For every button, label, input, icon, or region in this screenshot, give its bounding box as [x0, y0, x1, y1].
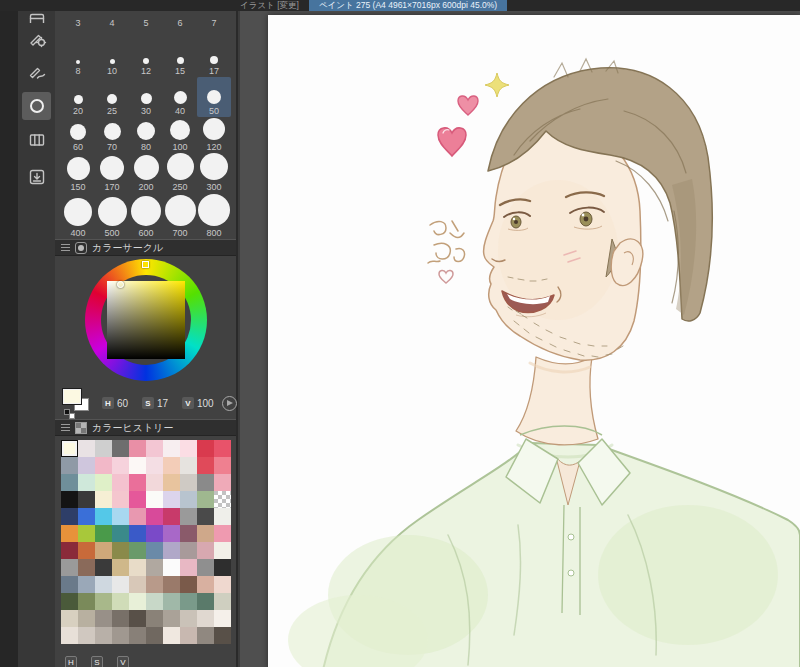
- color-history-swatch[interactable]: [214, 457, 231, 474]
- color-history-swatch[interactable]: [112, 627, 129, 644]
- color-history-swatch[interactable]: [112, 542, 129, 559]
- color-history-swatch[interactable]: [180, 440, 197, 457]
- color-history-swatch[interactable]: [112, 559, 129, 576]
- color-history-swatch[interactable]: [180, 593, 197, 610]
- brush-size-cell[interactable]: 3: [61, 13, 95, 29]
- brush-size-cell[interactable]: 5: [129, 13, 163, 29]
- color-history-swatch[interactable]: [129, 576, 146, 593]
- brush-size-cell[interactable]: 80: [129, 117, 163, 153]
- color-history-swatch[interactable]: [129, 457, 146, 474]
- brush-size-cell[interactable]: 250: [163, 153, 197, 193]
- brush-size-cell[interactable]: 500: [95, 193, 129, 239]
- color-history-header[interactable]: カラーヒストリー: [55, 419, 236, 436]
- saturation-tab-chip[interactable]: S: [91, 656, 103, 667]
- color-history-swatch[interactable]: [78, 542, 95, 559]
- color-history-swatch[interactable]: [197, 525, 214, 542]
- color-history-swatch[interactable]: [180, 457, 197, 474]
- color-history-swatch[interactable]: [146, 627, 163, 644]
- brush-size-cell[interactable]: 600: [129, 193, 163, 239]
- brush-size-cell[interactable]: 50: [197, 77, 231, 117]
- color-history-swatch[interactable]: [61, 627, 78, 644]
- color-history-swatch[interactable]: [180, 508, 197, 525]
- color-history-swatch[interactable]: [214, 474, 231, 491]
- color-history-swatch[interactable]: [78, 559, 95, 576]
- color-history-swatch[interactable]: [112, 491, 129, 508]
- color-history-swatch[interactable]: [95, 559, 112, 576]
- color-history-swatch[interactable]: [180, 525, 197, 542]
- color-history-swatch[interactable]: [180, 559, 197, 576]
- brush-size-cell[interactable]: 20: [61, 77, 95, 117]
- color-history-swatch[interactable]: [197, 627, 214, 644]
- color-history-swatch[interactable]: [61, 525, 78, 542]
- color-history-swatch[interactable]: [197, 457, 214, 474]
- color-history-swatch[interactable]: [95, 610, 112, 627]
- color-history-swatch[interactable]: [214, 559, 231, 576]
- color-history-swatch[interactable]: [112, 525, 129, 542]
- color-history-swatch[interactable]: [163, 576, 180, 593]
- brush-size-cell[interactable]: 300: [197, 153, 231, 193]
- color-history-swatch[interactable]: [78, 440, 95, 457]
- color-history-swatch[interactable]: [163, 491, 180, 508]
- brush-size-cell[interactable]: 70: [95, 117, 129, 153]
- color-history-swatch[interactable]: [146, 474, 163, 491]
- color-history-swatch[interactable]: [95, 508, 112, 525]
- color-history-swatch[interactable]: [61, 576, 78, 593]
- color-history-swatch[interactable]: [214, 593, 231, 610]
- color-history-swatch[interactable]: [78, 525, 95, 542]
- color-history-swatch[interactable]: [163, 525, 180, 542]
- color-history-swatch[interactable]: [214, 627, 231, 644]
- brush-size-cell[interactable]: 150: [61, 153, 95, 193]
- color-history-swatch[interactable]: [129, 593, 146, 610]
- color-history-swatch[interactable]: [129, 508, 146, 525]
- color-history-swatch[interactable]: [214, 542, 231, 559]
- sv-cursor[interactable]: [117, 281, 124, 288]
- color-history-swatch[interactable]: [61, 593, 78, 610]
- color-history-swatch[interactable]: [61, 542, 78, 559]
- color-history-swatch[interactable]: [95, 440, 112, 457]
- color-history-swatch[interactable]: [146, 440, 163, 457]
- hamburger-icon[interactable]: [61, 244, 70, 251]
- color-history-swatch[interactable]: [197, 542, 214, 559]
- color-history-swatch[interactable]: [61, 491, 78, 508]
- color-history-swatch[interactable]: [95, 457, 112, 474]
- color-history-swatch[interactable]: [78, 610, 95, 627]
- color-history-swatch[interactable]: [95, 576, 112, 593]
- color-history-swatch[interactable]: [146, 576, 163, 593]
- color-history-swatch[interactable]: [214, 508, 231, 525]
- color-history-swatch[interactable]: [61, 440, 78, 457]
- color-history-swatch[interactable]: [197, 491, 214, 508]
- color-history-swatch[interactable]: [61, 474, 78, 491]
- brush-size-cell[interactable]: 10: [95, 29, 129, 77]
- color-history-swatch[interactable]: [129, 525, 146, 542]
- color-history-swatch[interactable]: [112, 474, 129, 491]
- brush-size-cell[interactable]: 200: [129, 153, 163, 193]
- hue-ring[interactable]: [85, 259, 207, 381]
- color-history-swatch[interactable]: [197, 559, 214, 576]
- color-history-swatch[interactable]: [146, 457, 163, 474]
- color-history-swatch[interactable]: [163, 542, 180, 559]
- color-history-swatch[interactable]: [146, 508, 163, 525]
- color-history-swatch[interactable]: [61, 457, 78, 474]
- color-history-swatch[interactable]: [78, 457, 95, 474]
- color-history-swatch[interactable]: [180, 576, 197, 593]
- color-history-swatch[interactable]: [146, 542, 163, 559]
- color-history-swatch[interactable]: [61, 610, 78, 627]
- brush-size-cell[interactable]: 15: [163, 29, 197, 77]
- color-history-swatch[interactable]: [180, 610, 197, 627]
- color-history-swatch[interactable]: [95, 627, 112, 644]
- color-history-swatch[interactable]: [163, 559, 180, 576]
- download-material-icon[interactable]: [22, 163, 51, 191]
- color-history-swatch[interactable]: [78, 491, 95, 508]
- color-history-swatch[interactable]: [163, 508, 180, 525]
- brush-size-cell[interactable]: 17: [197, 29, 231, 77]
- color-history-swatch[interactable]: [78, 627, 95, 644]
- brush-size-cell[interactable]: 800: [197, 193, 231, 239]
- color-history-swatch[interactable]: [78, 508, 95, 525]
- color-history-swatch[interactable]: [214, 525, 231, 542]
- pen-curve-icon[interactable]: [22, 58, 51, 86]
- canvas-tab-inactive[interactable]: イラスト [変更]: [236, 0, 309, 11]
- color-history-swatch[interactable]: [180, 542, 197, 559]
- canvas-tab-active[interactable]: ペイント 275 (A4 4961×7016px 600dpi 45.0%): [309, 0, 507, 11]
- color-history-swatch[interactable]: [78, 593, 95, 610]
- color-history-swatch[interactable]: [163, 610, 180, 627]
